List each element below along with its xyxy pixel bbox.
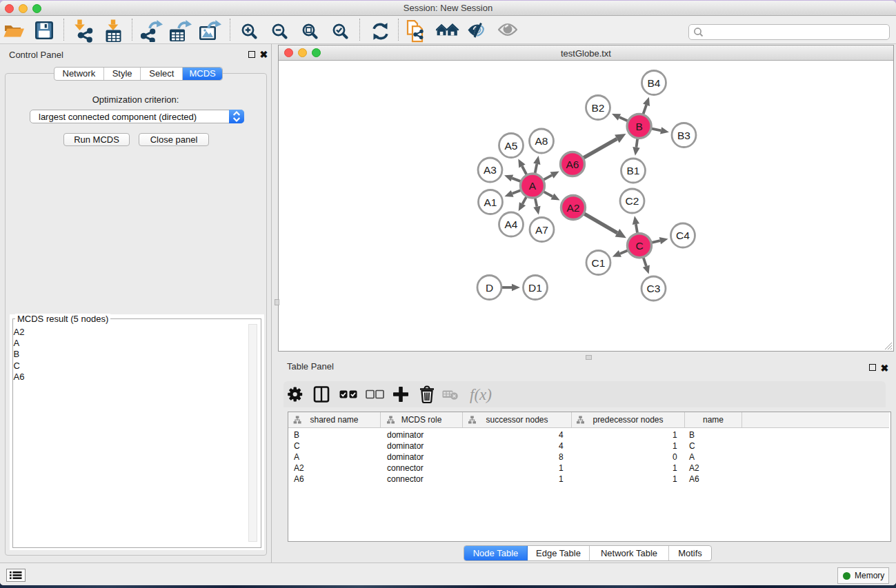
svg-text:A4: A4 — [505, 219, 518, 230]
svg-text:f(x): f(x) — [470, 386, 492, 403]
svg-text:C2: C2 — [626, 195, 639, 207]
svg-text:D1: D1 — [528, 282, 542, 294]
svg-text:A5: A5 — [505, 140, 518, 152]
svg-text:A7: A7 — [535, 224, 548, 236]
svg-text:A6: A6 — [566, 159, 579, 170]
svg-text:C3: C3 — [647, 283, 661, 294]
svg-text:B1: B1 — [627, 165, 640, 176]
svg-text:C1: C1 — [592, 257, 606, 269]
svg-text:C: C — [635, 240, 643, 252]
svg-text:A8: A8 — [535, 135, 548, 147]
svg-text:A3: A3 — [484, 164, 497, 176]
svg-text:C4: C4 — [676, 230, 690, 241]
svg-text:D: D — [486, 282, 493, 294]
svg-text:B: B — [635, 121, 642, 132]
svg-text:A1: A1 — [484, 196, 497, 208]
svg-text:A2: A2 — [567, 202, 580, 214]
svg-text:A: A — [529, 180, 537, 192]
svg-text:B2: B2 — [592, 102, 605, 114]
svg-text:B3: B3 — [677, 130, 690, 141]
svg-text:B4: B4 — [648, 77, 661, 89]
